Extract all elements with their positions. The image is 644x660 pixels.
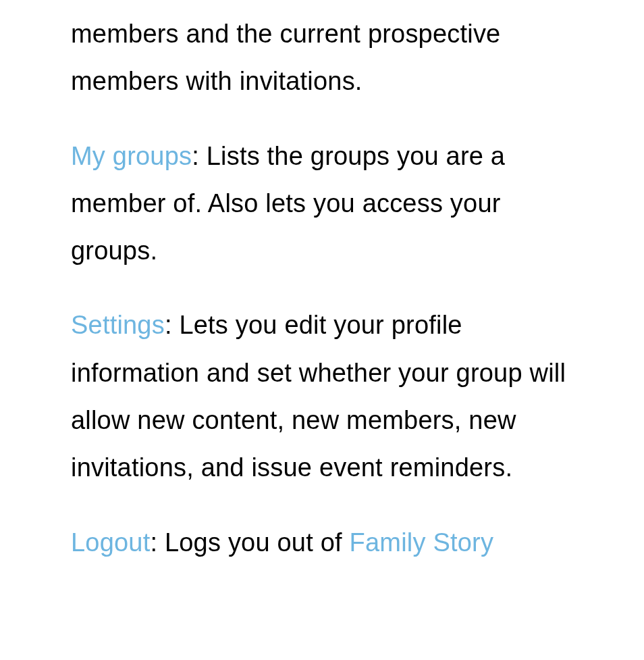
paragraph-settings: Settings: Lets you edit your profile inf… xyxy=(71,301,580,491)
logout-link[interactable]: Logout xyxy=(71,528,150,557)
paragraph-my-groups: My groups: Lists the groups you are a me… xyxy=(71,132,580,275)
family-story-link[interactable]: Family Story xyxy=(350,528,494,557)
paragraph-logout: Logout: Logs you out of Family Story xyxy=(71,519,580,566)
my-groups-link[interactable]: My groups xyxy=(71,142,192,170)
logout-description-before: : Logs you out of xyxy=(150,528,349,557)
settings-link[interactable]: Settings xyxy=(71,311,165,339)
paragraph-members-text: members and the current prospective memb… xyxy=(71,20,500,95)
paragraph-members: members and the current prospective memb… xyxy=(71,10,580,105)
